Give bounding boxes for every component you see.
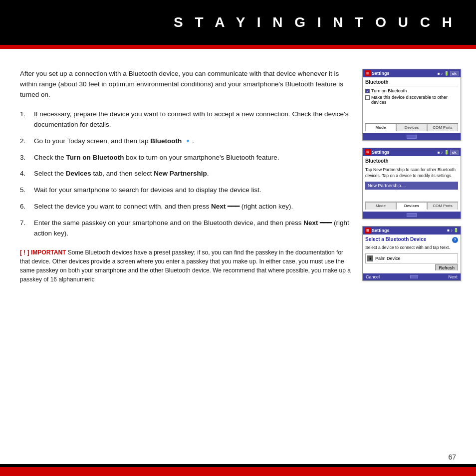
- screen1-tab-devices[interactable]: Devices: [396, 124, 427, 131]
- screen1-title-left: ⊞ Settings: [365, 70, 390, 76]
- screen3-device-row[interactable]: 📱 Palm Device: [365, 253, 458, 263]
- screen3-refresh-button[interactable]: Refresh: [435, 264, 458, 270]
- screen3-battery-icon: 🔋: [454, 228, 459, 233]
- screen3-action-bar: Cancel Next: [363, 273, 461, 280]
- screen2-signal-icon: ■: [438, 150, 440, 155]
- main-content: After you set up a connection with a Blu…: [0, 54, 476, 464]
- step-3-text: Check the Turn on Bluetooth box to turn …: [34, 153, 352, 163]
- screenshot-2: ⊞ Settings ■ ♪ 🔋 ok Bluetooth Tap New Pa…: [362, 148, 461, 219]
- important-bracket: [ ! ]: [20, 249, 29, 256]
- page-title: S T A Y I N G I N T O U C H: [174, 14, 456, 30]
- screen3-title-text: Settings: [372, 228, 390, 233]
- windows-logo-icon: ⊞: [365, 70, 371, 76]
- screen3-device-icon: 📱: [367, 255, 373, 261]
- step-3: 3. Check the Turn on Bluetooth box to tu…: [20, 153, 352, 163]
- screen3-next-button[interactable]: Next: [448, 274, 458, 279]
- screen1-keyboard-icon[interactable]: [407, 135, 417, 139]
- screen3-title-right: ■ ♪ 🔋: [447, 228, 459, 233]
- screen1-signal-icon: ■: [438, 71, 440, 76]
- screen1-body: Bluetooth ✓ Turn on Bluetooth Make this …: [363, 77, 461, 133]
- screen2-titlebar: ⊞ Settings ■ ♪ 🔋 ok: [363, 148, 461, 156]
- screen1-checkbox1-label: Turn on Bluetooth: [371, 88, 407, 93]
- screen3-body: Select a Bluetooth Device ? Select a dev…: [363, 235, 461, 272]
- screen3-cancel-button[interactable]: Cancel: [366, 274, 380, 279]
- screenshot-3: ⊞ Settings ■ ♪ 🔋 Select a Bluetooth Devi…: [362, 226, 461, 281]
- step-2: 2. Go to your Today screen, and then tap…: [20, 136, 352, 147]
- screenshot-1: ⊞ Settings ■ ♪ 🔋 ok Bluetooth ✓ Turn on …: [362, 69, 461, 141]
- intro-paragraph: After you set up a connection with a Blu…: [20, 69, 352, 100]
- screen2-title-text: Settings: [372, 150, 390, 155]
- screen3-keyboard-icon[interactable]: [410, 275, 418, 278]
- screen1-bottom-bar: [363, 133, 461, 140]
- screen3-section-title: Select a Bluetooth Device: [365, 237, 426, 242]
- header-red-bar: [0, 45, 476, 49]
- step-4-num: 4.: [20, 169, 34, 179]
- step-4-bold2: New Partnership: [154, 170, 207, 177]
- step-2-bold: Bluetooth: [150, 137, 182, 145]
- screenshots-column: ⊞ Settings ■ ♪ 🔋 ok Bluetooth ✓ Turn on …: [362, 69, 461, 449]
- step-6: 6. Select the device you want to connect…: [20, 202, 352, 212]
- header: S T A Y I N G I N T O U C H: [0, 0, 476, 45]
- screen1-tab-mode[interactable]: Mode: [365, 124, 396, 131]
- step-2-text: Go to your Today screen, and then tap Bl…: [34, 136, 352, 147]
- step-5-text: Wait for your smartphone to search for d…: [34, 185, 352, 196]
- screen2-tab-devices[interactable]: Devices: [396, 202, 427, 210]
- step-1: 1. If necessary, prepare the device you …: [20, 109, 352, 130]
- screen2-keyboard-icon[interactable]: [407, 213, 417, 217]
- screen3-titlebar: ⊞ Settings ■ ♪ 🔋: [363, 227, 461, 235]
- steps-list: 1. If necessary, prepare the device you …: [20, 109, 352, 239]
- screen2-title-right: ■ ♪ 🔋 ok: [438, 150, 459, 155]
- step-6-bold: Next: [211, 203, 226, 210]
- important-label: IMPORTANT: [31, 249, 66, 256]
- screen1-title-text: Settings: [372, 71, 390, 76]
- important-box: [ ! ] IMPORTANT Some Bluetooth devices h…: [20, 248, 352, 284]
- screen3-windows-logo: ⊞: [365, 228, 371, 234]
- screen1-title-right: ■ ♪ 🔋 ok: [438, 71, 459, 76]
- screen2-tab-mode[interactable]: Mode: [365, 202, 396, 210]
- step-7-bold: Next: [303, 219, 318, 227]
- step-7: 7. Enter the same passkey on your smartp…: [20, 218, 352, 239]
- step-5: 5. Wait for your smartphone to search fo…: [20, 185, 352, 196]
- screen1-checkbox2-label: Make this device discoverable to other d…: [371, 95, 458, 105]
- step-7-text: Enter the same passkey on your smartphon…: [34, 218, 352, 239]
- screen3-volume-icon: ♪: [451, 228, 453, 233]
- screen2-tabs: Mode Devices COM Ports: [365, 202, 458, 210]
- screen2-bottom-bar: [363, 212, 461, 219]
- important-text: Some Bluetooth devices have a preset pas…: [20, 249, 351, 283]
- step-3-bold: Turn on Bluetooth: [66, 154, 124, 161]
- screen2-body-text: Tap New Partnership to scan for other Bl…: [365, 167, 458, 179]
- screen2-ok-button[interactable]: ok: [450, 150, 459, 155]
- screen2-section-title: Bluetooth: [365, 158, 458, 165]
- page-number: 67: [448, 453, 456, 461]
- screen3-signal-icon: ■: [447, 228, 450, 233]
- screen3-title-left: ⊞ Settings: [365, 228, 390, 234]
- screen2-volume-icon: ♪: [441, 150, 443, 155]
- screen2-battery-icon: 🔋: [444, 150, 449, 155]
- screen1-titlebar: ⊞ Settings ■ ♪ 🔋 ok: [363, 69, 461, 77]
- step-4-bold1: Devices: [66, 170, 91, 177]
- step-3-num: 3.: [20, 153, 34, 163]
- step-6-text: Select the device you want to connect wi…: [34, 202, 352, 212]
- screen1-tabs: Mode Devices COM Ports: [365, 123, 458, 131]
- screen1-checkbox1[interactable]: ✓: [365, 89, 370, 93]
- screen1-section-title: Bluetooth: [365, 79, 458, 86]
- screen1-tab-com[interactable]: COM Ports: [427, 124, 458, 131]
- screen1-ok-button[interactable]: ok: [450, 71, 459, 76]
- screen1-checkbox1-row: ✓ Turn on Bluetooth: [365, 88, 458, 93]
- screen3-help-icon[interactable]: ?: [452, 237, 458, 243]
- step-7-num: 7.: [20, 218, 34, 239]
- screen2-body: Bluetooth Tap New Partnership to scan fo…: [363, 156, 461, 212]
- step-4: 4. Select the Devices tab, and then sele…: [20, 169, 352, 179]
- screen1-checkbox2[interactable]: [365, 95, 370, 100]
- screen3-device-name: Palm Device: [375, 256, 401, 261]
- step-1-text: If necessary, prepare the device you wan…: [34, 109, 352, 130]
- step-2-num: 2.: [20, 136, 34, 147]
- screen1-checkbox2-row: Make this device discoverable to other d…: [365, 95, 458, 105]
- screen2-new-partnership[interactable]: New Partnership....: [365, 182, 458, 190]
- screen2-windows-logo: ⊞: [365, 149, 371, 155]
- screen1-volume-icon: ♪: [441, 71, 443, 76]
- screen2-tab-com[interactable]: COM Ports: [427, 202, 458, 210]
- screen1-battery-icon: 🔋: [444, 71, 449, 76]
- footer-red-bar: [0, 467, 476, 476]
- step-1-num: 1.: [20, 109, 34, 130]
